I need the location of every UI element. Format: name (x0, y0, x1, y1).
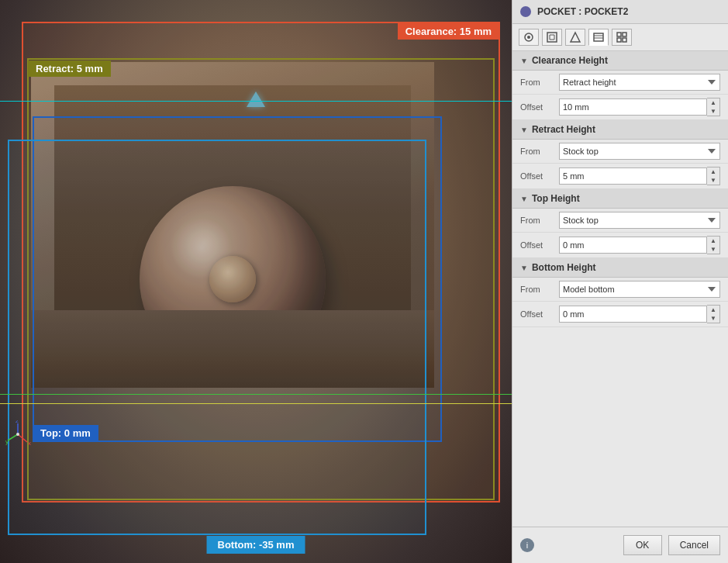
arrow-up-icon (247, 92, 265, 107)
top-from-row: From Stock top Retract height Model top … (512, 209, 728, 233)
svg-rect-14 (617, 33, 621, 36)
section-bottom-height: ▼ Bottom Height From Model bottom Stock … (512, 258, 728, 327)
clearance-offset-spinner: ▲ ▼ (707, 98, 720, 116)
clearance-from-row: From Retract height Stock top Model top … (512, 71, 728, 95)
ok-button[interactable]: OK (623, 535, 662, 555)
retract-offset-spinner: ▲ ▼ (707, 167, 720, 185)
bottom-from-row: From Model bottom Stock top Model top Re… (512, 278, 728, 302)
tab-tool[interactable] (519, 29, 539, 46)
info-icon[interactable]: i (520, 538, 534, 552)
section-retract-height: ▼ Retract Height From Stock top Retract … (512, 120, 728, 189)
clearance-from-select[interactable]: Retract height Stock top Model top Model… (559, 74, 720, 91)
action-bar: i OK Cancel (512, 527, 728, 563)
top-offset-field: ▲ ▼ (559, 236, 720, 254)
bottom-body: From Model bottom Stock top Model top Re… (512, 278, 728, 327)
clearance-from-label: From (520, 78, 559, 87)
top-offset-spinner: ▲ ▼ (707, 236, 720, 254)
top-body: From Stock top Retract height Model top … (512, 209, 728, 258)
clearance-triangle: ▼ (520, 57, 528, 65)
bottom-from-select[interactable]: Model bottom Stock top Model top Retract… (559, 281, 720, 298)
top-from-select[interactable]: Stock top Retract height Model top Model… (559, 212, 720, 229)
retract-offset-up[interactable]: ▲ (707, 168, 719, 176)
svg-rect-17 (623, 38, 626, 42)
bottom-offset-up[interactable]: ▲ (707, 306, 719, 314)
retract-triangle: ▼ (520, 126, 528, 134)
svg-text:y: y (5, 438, 9, 445)
svg-rect-11 (594, 33, 603, 41)
top-offset-row: Offset ▲ ▼ (512, 233, 728, 258)
line-yellow (0, 403, 512, 404)
label-retract: Retract: 5 mm (28, 60, 111, 77)
retract-offset-down[interactable]: ▼ (707, 176, 719, 185)
sphere-knob (209, 256, 256, 302)
bottom-offset-label: Offset (520, 309, 559, 319)
clearance-offset-down[interactable]: ▼ (707, 107, 719, 116)
svg-line-0 (18, 434, 27, 442)
svg-text:z: z (16, 420, 19, 424)
retract-offset-field: ▲ ▼ (559, 167, 720, 185)
top-offset-input[interactable] (559, 237, 707, 254)
bottom-offset-down[interactable]: ▼ (707, 314, 719, 323)
clearance-offset-field: ▲ ▼ (559, 98, 720, 116)
section-clearance-height: ▼ Clearance Height From Retract height S… (512, 51, 728, 120)
svg-rect-15 (623, 33, 626, 36)
bottom-offset-input[interactable] (559, 306, 707, 323)
bottom-triangle: ▼ (520, 264, 528, 272)
svg-rect-9 (547, 33, 557, 42)
svg-text:x: x (28, 440, 31, 447)
clearance-offset-row: Offset ▲ ▼ (512, 95, 728, 120)
label-top: Top: 0 mm (33, 425, 98, 441)
cancel-button[interactable]: Cancel (668, 535, 720, 555)
bottom-offset-spinner: ▲ ▼ (707, 305, 720, 323)
panel-spacer (512, 327, 728, 527)
tab-bar (512, 24, 728, 51)
section-top-header[interactable]: ▼ Top Height (512, 189, 728, 209)
clearance-section-label: Clearance Height (532, 55, 608, 66)
bottom-platform (31, 310, 434, 388)
tab-geometry[interactable] (565, 29, 585, 46)
label-clearance: Clearance: 15 mm (398, 23, 499, 40)
retract-from-label: From (520, 147, 559, 156)
section-top-height: ▼ Top Height From Stock top Retract heig… (512, 189, 728, 258)
properties-panel: POCKET : POCKET2 ▼ Clearance Height (512, 0, 728, 563)
clearance-offset-input[interactable] (559, 98, 707, 116)
clearance-offset-label: Offset (520, 102, 559, 112)
svg-rect-16 (617, 38, 621, 42)
section-bottom-header[interactable]: ▼ Bottom Height (512, 258, 728, 278)
top-offset-up[interactable]: ▲ (707, 237, 719, 245)
section-clearance-header[interactable]: ▼ Clearance Height (512, 51, 728, 71)
top-offset-down[interactable]: ▼ (707, 245, 719, 254)
top-triangle: ▼ (520, 195, 528, 203)
clearance-offset-up[interactable]: ▲ (707, 98, 719, 107)
tab-path[interactable] (542, 29, 562, 46)
panel-header-icon (520, 6, 531, 17)
retract-body: From Stock top Retract height Model top … (512, 140, 728, 189)
svg-marker-10 (571, 33, 580, 42)
bottom-offset-field: ▲ ▼ (559, 305, 720, 323)
viewport-3d[interactable]: Clearance: 15 mm Retract: 5 mm Top: 0 mm… (0, 0, 512, 563)
top-from-label: From (520, 216, 559, 225)
top-offset-label: Offset (520, 240, 559, 250)
svg-point-3 (16, 433, 19, 436)
clearance-body: From Retract height Stock top Model top … (512, 71, 728, 120)
panel-header: POCKET : POCKET2 (512, 0, 728, 24)
line-green (0, 394, 512, 395)
label-bottom: Bottom: -35 mm (207, 536, 305, 554)
svg-line-1 (8, 434, 18, 440)
panel-title: POCKET : POCKET2 (537, 6, 628, 17)
retract-offset-label: Offset (520, 171, 559, 181)
retract-offset-input[interactable] (559, 168, 707, 185)
retract-section-label: Retract Height (532, 124, 595, 135)
section-retract-header[interactable]: ▼ Retract Height (512, 120, 728, 140)
retract-from-row: From Stock top Retract height Model top … (512, 140, 728, 164)
bottom-from-label: From (520, 285, 559, 294)
axis-indicator: x y z (4, 420, 32, 448)
tab-heights[interactable] (588, 29, 609, 46)
retract-from-select[interactable]: Stock top Retract height Model top Model… (559, 143, 720, 160)
line-cyan (0, 101, 512, 102)
retract-offset-row: Offset ▲ ▼ (512, 164, 728, 189)
svg-point-8 (527, 36, 530, 39)
tab-passes[interactable] (612, 29, 632, 46)
bottom-offset-row: Offset ▲ ▼ (512, 302, 728, 327)
bottom-section-label: Bottom Height (532, 262, 596, 273)
